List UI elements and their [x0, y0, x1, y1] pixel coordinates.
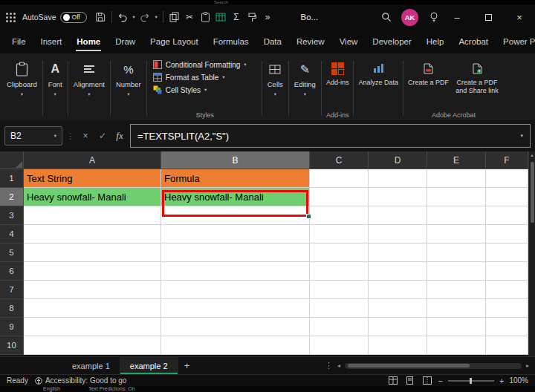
cell-B4[interactable]	[161, 225, 310, 244]
column-header-F[interactable]: F	[486, 151, 528, 169]
cell-A7[interactable]	[24, 281, 161, 299]
autosave-toggle[interactable]: AutoSave Off	[22, 12, 87, 23]
cell-F1[interactable]	[486, 169, 528, 188]
cell-B7[interactable]	[161, 281, 310, 299]
create-pdf-button[interactable]: Create a PDF	[405, 55, 452, 95]
undo-icon[interactable]	[115, 9, 131, 25]
cell-B5[interactable]	[161, 244, 310, 262]
ribbon-tab-view[interactable]: View	[332, 30, 366, 53]
create-pdf-share-button[interactable]: Create a PDF and Share link	[452, 55, 502, 95]
cell-C1[interactable]	[310, 169, 369, 188]
addins-button[interactable]: Add-ins	[323, 55, 352, 87]
cell-C8[interactable]	[310, 299, 369, 318]
fill-handle[interactable]	[306, 214, 311, 219]
redo-icon[interactable]	[137, 9, 153, 25]
zoom-out-icon[interactable]: −	[438, 376, 443, 385]
cell-A4[interactable]	[24, 225, 161, 244]
row-header-3[interactable]: 3	[0, 206, 24, 225]
user-avatar[interactable]: AK	[401, 9, 418, 26]
column-header-A[interactable]: A	[24, 151, 161, 169]
number-group[interactable]: % Number ▾	[112, 55, 145, 120]
new-sheet-button[interactable]: +	[178, 360, 196, 371]
horizontal-scrollbar-thumb[interactable]	[348, 364, 470, 368]
ribbon-tab-acrobat[interactable]: Acrobat	[451, 30, 496, 53]
insert-function-icon[interactable]: fx	[113, 128, 126, 143]
ribbon-tab-help[interactable]: Help	[419, 30, 452, 53]
alignment-group[interactable]: Alignment ▾	[70, 55, 108, 120]
cell-A1[interactable]: Text String	[24, 169, 161, 188]
close-button[interactable]: ×	[504, 4, 535, 30]
page-break-view-icon[interactable]	[421, 376, 433, 386]
conditional-formatting-button[interactable]: Conditional Formatting ▾	[153, 60, 247, 69]
cell-F10[interactable]	[486, 336, 528, 355]
cell-C10[interactable]	[310, 336, 369, 355]
autosave-switch[interactable]: Off	[60, 12, 87, 23]
copy-icon[interactable]	[166, 9, 182, 25]
cell-styles-button[interactable]: Cell Styles ▾	[153, 85, 207, 94]
formula-bar-resize-handle[interactable]: ⋮	[66, 132, 75, 140]
cell-B1[interactable]: Formula	[161, 169, 310, 188]
accessibility-status[interactable]: Accessibility: Good to go	[35, 376, 127, 385]
cell-D9[interactable]	[369, 318, 427, 336]
maximize-button[interactable]	[473, 4, 504, 30]
normal-view-icon[interactable]	[387, 376, 399, 386]
cell-E5[interactable]	[427, 244, 486, 262]
row-header-2[interactable]: 2	[0, 188, 24, 206]
cell-B9[interactable]	[161, 318, 310, 336]
cut-icon[interactable]: ✂	[182, 9, 198, 25]
ribbon-tab-page-layout[interactable]: Page Layout	[143, 30, 206, 53]
row-header-7[interactable]: 7	[0, 281, 24, 299]
cell-C4[interactable]	[310, 225, 369, 244]
sheet-tab-example-1[interactable]: example 1	[62, 357, 120, 374]
minimize-button[interactable]: –	[441, 4, 473, 30]
ribbon-tab-review[interactable]: Review	[289, 30, 332, 53]
row-header-5[interactable]: 5	[0, 244, 24, 262]
column-header-D[interactable]: D	[369, 151, 427, 169]
cell-E1[interactable]	[427, 169, 486, 188]
cell-E6[interactable]	[427, 262, 486, 281]
ribbon-tab-insert[interactable]: Insert	[33, 30, 70, 53]
ribbon-tab-power-pivot[interactable]: Power Pivot	[496, 30, 535, 53]
cell-F2[interactable]	[486, 188, 528, 206]
cell-A5[interactable]	[24, 244, 161, 262]
sheet-tab-example-2[interactable]: example 2	[120, 357, 178, 374]
cell-A6[interactable]	[24, 262, 161, 281]
row-header-10[interactable]: 10	[0, 336, 24, 355]
cell-C7[interactable]	[310, 281, 369, 299]
row-header-8[interactable]: 8	[0, 299, 24, 318]
cell-A3[interactable]	[24, 206, 161, 225]
cell-D1[interactable]	[369, 169, 427, 188]
cell-C5[interactable]	[310, 244, 369, 262]
lightbulb-icon[interactable]	[426, 9, 441, 25]
cell-D8[interactable]	[369, 299, 427, 318]
cell-B2[interactable]: Heavy snowfall- Manali	[161, 188, 310, 206]
cell-F9[interactable]	[486, 318, 528, 336]
paste-icon[interactable]	[198, 9, 213, 25]
cell-D2[interactable]	[369, 188, 427, 206]
cell-E4[interactable]	[427, 225, 486, 244]
vertical-scrollbar[interactable]: ▲	[528, 151, 535, 356]
editing-group[interactable]: ✎ Editing ▾	[291, 55, 320, 120]
select-all-corner[interactable]	[0, 151, 24, 169]
column-header-C[interactable]: C	[310, 151, 369, 169]
cell-B3[interactable]	[161, 206, 310, 225]
redo-chevron-icon[interactable]: ▾	[153, 14, 160, 20]
cell-D4[interactable]	[369, 225, 427, 244]
horizontal-scrollbar[interactable]	[345, 363, 522, 369]
font-group[interactable]: A Font ▾	[45, 55, 66, 120]
zoom-level[interactable]: 100%	[509, 376, 528, 385]
format-painter-icon[interactable]	[244, 9, 260, 25]
cancel-entry-icon[interactable]: ×	[79, 128, 92, 143]
ribbon-tab-formulas[interactable]: Formulas	[206, 30, 256, 53]
page-layout-view-icon[interactable]	[404, 376, 416, 386]
app-launcher-icon[interactable]	[6, 13, 16, 22]
table-icon[interactable]	[213, 9, 229, 25]
qat-overflow-icon[interactable]: »	[260, 9, 276, 25]
cell-C3[interactable]	[310, 206, 369, 225]
cell-E3[interactable]	[427, 206, 486, 225]
cell-A8[interactable]	[24, 299, 161, 318]
hscroll-right-icon[interactable]: ▸	[526, 362, 529, 369]
ribbon-tab-home[interactable]: Home	[69, 30, 108, 53]
cell-D10[interactable]	[369, 336, 427, 355]
cell-D3[interactable]	[369, 206, 427, 225]
